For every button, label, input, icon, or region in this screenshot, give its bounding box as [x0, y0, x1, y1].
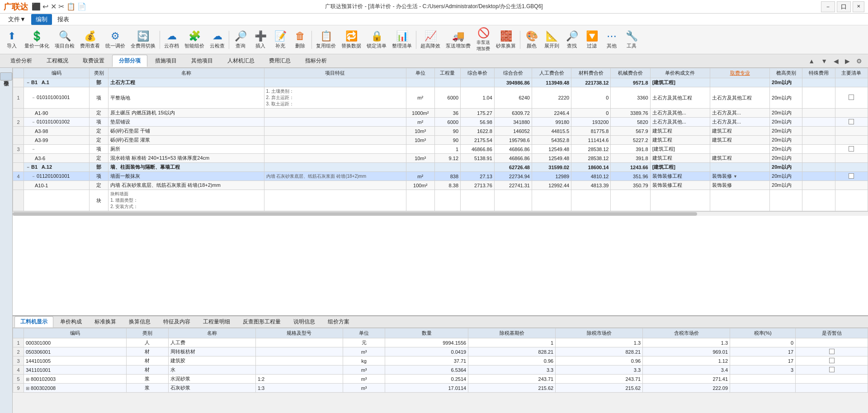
lower-tab-unit-price[interactable]: 单价构成 — [54, 316, 88, 328]
tab-other-items[interactable]: 其他项目 — [184, 55, 220, 67]
lower-tab-features[interactable]: 特征及内容 — [157, 316, 196, 328]
toolbar-full-fee[interactable]: 🔄 全费用切换 — [128, 29, 158, 50]
toolbar-insert[interactable]: ➕ 插入 — [250, 29, 270, 50]
toolbar-reuse-price[interactable]: 📋 复用组价 — [313, 29, 339, 50]
table-row[interactable]: 1 －010101001001 项 平整场地 1. 土壤类别：2. 弃土运距：3… — [13, 87, 868, 109]
table-row[interactable]: 2 －010101001002 项 垫层铺设 m² 6000 56.98 341… — [13, 118, 868, 127]
list-item[interactable]: 4 341101001 材 水 m³ 6.5364 3.3 3.3 3.4 3 — [13, 366, 868, 375]
table-row[interactable]: A1-90 定 原土碾压 内燃压路机 15t以内 1000m² 36 175.2… — [13, 109, 868, 118]
lower-tab-qty-detail[interactable]: 工程量明细 — [197, 316, 236, 328]
row-machine-cell — [611, 190, 650, 211]
toolbar-project-check[interactable]: 🔍 项目自检 — [52, 29, 77, 50]
toolbar-import[interactable]: ⬆ 导入 — [2, 29, 22, 50]
tab-down-arrow[interactable]: ▼ — [819, 57, 830, 66]
row-height-cell: 20m以内 — [770, 136, 802, 145]
close-button[interactable]: × — [853, 1, 864, 12]
row-qty-cell: 838 — [434, 172, 460, 181]
toolbar-other[interactable]: ⋯ 其他 — [602, 29, 622, 50]
toolbar-supplement[interactable]: 📝 补充 — [270, 29, 290, 50]
lower-tab-standard-conversion[interactable]: 标准换算 — [89, 316, 122, 328]
toolbar-organize-list[interactable]: 📊 整理清单 — [389, 29, 415, 50]
main-checkbox[interactable] — [849, 173, 854, 179]
row-special-cell — [802, 87, 835, 109]
menu-file[interactable]: 文件▼ — [4, 14, 30, 25]
lower-base-price-cell: 1 — [468, 338, 556, 347]
table-row[interactable]: 块 块料墙面1. 墙面类型：2. 安装方式： — [13, 190, 868, 211]
minimize-button[interactable]: － — [821, 1, 835, 12]
tab-measures[interactable]: 措施项目 — [148, 55, 184, 67]
toolbar-query[interactable]: 🔎 查询 — [231, 29, 250, 50]
lower-tab-reverse-check[interactable]: 反查图形工程量 — [237, 316, 287, 328]
menu-report[interactable]: 报表 — [53, 14, 74, 25]
toolbar-filter[interactable]: 🔽 过滤 — [582, 29, 602, 50]
main-checkbox[interactable] — [849, 119, 854, 124]
table-row[interactable]: A3-99 定 砾(碎)石垫层 灌浆 10m³ 90 2175.54 19579… — [13, 136, 868, 145]
tab-fee-settings[interactable]: 取费设置 — [76, 55, 111, 67]
lower-tab-price-plan[interactable]: 组价方案 — [322, 316, 355, 328]
lower-spec-cell — [255, 338, 343, 347]
tab-labor-material[interactable]: 人材机汇总 — [221, 55, 261, 67]
toolbar-cloud-save[interactable]: ☁ 云存档 — [161, 29, 182, 50]
tab-menu-icon[interactable]: ⚙ — [854, 57, 864, 66]
toolbar-cloud-check[interactable]: ☁ 云检查 — [207, 29, 227, 50]
toolbar-replace-data[interactable]: 🔁 替换数据 — [339, 29, 364, 50]
toolbar-mortar-calc[interactable]: 🧱 砂浆换算 — [493, 29, 519, 50]
tab-index-analysis[interactable]: 指标分析 — [298, 55, 334, 67]
lower-grid-container[interactable]: 编码 类别 名称 规格及型号 单位 数量 除税基期价 除税市场价 含税市场价 税… — [13, 328, 868, 413]
toolbar-delete[interactable]: 🗑 删除 — [290, 29, 310, 50]
row-unit-cell: m² — [406, 87, 434, 109]
list-item[interactable]: 9 ⊞ 800302008 浆 石灰砂浆 1:3 m³ 17.0114 215.… — [13, 384, 868, 393]
estimate-checkbox[interactable] — [829, 358, 835, 363]
toolbar-quantity-price[interactable]: 💲 量价一体化 — [22, 29, 52, 50]
lower-tab-description[interactable]: 说明信息 — [288, 316, 321, 328]
upper-grid-container[interactable]: 编码 类别 名称 项目特征 单位 工程量 综合单价 综合合价 人工费合价 材料费… — [13, 68, 868, 315]
main-checkbox[interactable] — [849, 95, 854, 100]
toolbar-unified-price[interactable]: ⚙ 统一调价 — [103, 29, 128, 50]
list-item[interactable]: 5 ⊞ 800102003 浆 水泥砂浆 1:2 m³ 0.2514 243.7… — [13, 375, 868, 384]
toolbar-height-reduction[interactable]: 📈 超高降效 — [418, 29, 443, 50]
col-price-file-header: 单价构成文件 — [650, 68, 710, 78]
table-row[interactable]: 4 －011201001001 项 墙面一般抹灰 内墙 石灰砂浆底层、纸筋石灰浆… — [13, 172, 868, 181]
restore-button[interactable]: 口 — [837, 1, 851, 12]
scrollbar-thumb — [13, 212, 697, 216]
list-item[interactable]: 2 050306001 材 周转板枋材 m³ 0.0419 828.21 828… — [13, 347, 868, 356]
table-row[interactable]: A3-98 定 砾(碎)石垫层 干铺 10m³ 90 1622.8 146052… — [13, 127, 868, 136]
tab-sub-items[interactable]: 分部分项 — [112, 55, 147, 67]
estimate-checkbox[interactable] — [829, 349, 835, 354]
main-checkbox[interactable] — [849, 146, 854, 152]
table-row[interactable]: 3 － 项 厕所 1 46866.86 46866.86 12549.48 28… — [13, 145, 868, 154]
toolbar-lock-list[interactable]: 🔒 锁定清单 — [364, 29, 389, 50]
estimate-checkbox[interactable] — [829, 367, 835, 372]
tab-up-arrow[interactable]: ▲ — [806, 57, 817, 66]
toolbar-tools[interactable]: 🔧 工具 — [622, 29, 642, 50]
toolbar-pump-fee[interactable]: 🚚 泵送增加费 — [443, 29, 473, 50]
toolbar-non-pump-fee[interactable]: 🚫 非泵送增加费 — [473, 26, 493, 53]
table-row[interactable]: －B1 A.1 部 土石方工程 394986.86 113949.48 2217… — [13, 78, 868, 87]
list-item[interactable]: 3 144101005 材 建筑胶 kg 37.71 0.96 0.96 1.1… — [13, 356, 868, 366]
toolbar-expand-to[interactable]: 📐 展开到 — [542, 29, 562, 50]
toolbar-fee-view[interactable]: 💰 费用查看 — [77, 29, 103, 50]
menu-edit[interactable]: 编制 — [31, 14, 52, 25]
right-content: 编码 类别 名称 项目特征 单位 工程量 综合单价 综合合价 人工费合价 材料费… — [13, 68, 868, 413]
tab-cost-analysis[interactable]: 造价分析 — [4, 55, 39, 67]
toolbar-find[interactable]: 🔎 查找 — [562, 29, 582, 50]
row-unit-price-cell — [461, 190, 495, 211]
table-row[interactable]: A3-6 定 混水砖墙 标准砖 240×115×53 墙体厚度24cm 10m³… — [13, 154, 868, 163]
tab-left-arrow[interactable]: ◀ — [831, 57, 841, 66]
tab-right-arrow[interactable]: ▶ — [843, 57, 852, 66]
horizontal-scrollbar[interactable] — [13, 211, 868, 216]
table-row[interactable]: －B1 A.12 部 墙、柱面装饰与隔断、幕墙工程 62726.48 31599… — [13, 163, 868, 172]
tab-project-overview[interactable]: 工程概况 — [40, 55, 75, 67]
lower-tab-labor-machine[interactable]: 工料机显示 — [14, 316, 53, 328]
lower-spec-cell — [255, 366, 343, 375]
table-row[interactable]: A10-1 定 内墙 石灰砂浆底层、纸筋石灰浆面 砖墙(18+2)mm 100m… — [13, 181, 868, 190]
toolbar-color[interactable]: 🎨 颜色 — [522, 29, 542, 50]
toolbar-smart-price[interactable]: 🧩 智能组价 — [182, 29, 207, 50]
lower-tab-conversion-info[interactable]: 换算信息 — [123, 316, 156, 328]
row-category-cell: 定 — [90, 181, 108, 190]
tab-fee-summary[interactable]: 费用汇总 — [262, 55, 297, 67]
row-num-cell: 1 — [13, 87, 24, 109]
row-height-cell: 20m以内 — [770, 163, 802, 172]
list-item[interactable]: 1 000301000 人 人工费 元 9994.1556 1 1.3 1.3 … — [13, 338, 868, 347]
whole-project-label[interactable]: 整个项目 — [0, 72, 12, 81]
